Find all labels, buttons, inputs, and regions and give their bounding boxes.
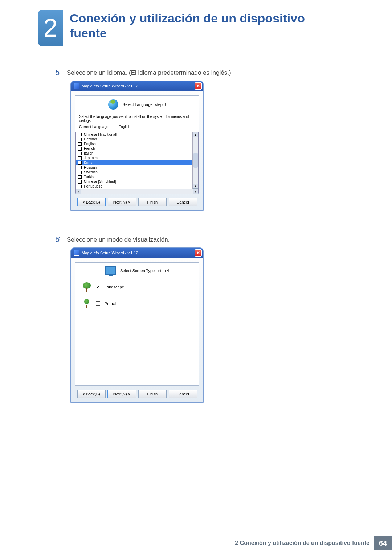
scroll-right-icon[interactable]: ▸ — [193, 189, 198, 194]
screentype-panel: Select Screen Type - step 4 ✔LandscapePo… — [75, 262, 199, 386]
language-label: Portuguese — [84, 184, 102, 188]
wizard-language: MagicInfo Setup Wizard - v.1.12 ✕ Select… — [70, 81, 204, 211]
language-label: Korean — [84, 161, 95, 165]
page-number: 64 — [374, 536, 392, 550]
checkbox-icon[interactable] — [78, 185, 82, 188]
screentype-label: Landscape — [105, 285, 124, 289]
language-item[interactable]: Italian — [76, 151, 192, 156]
horizontal-scrollbar[interactable]: ◂ ▸ — [76, 189, 198, 194]
checkbox-icon[interactable] — [78, 180, 82, 184]
checkbox-icon[interactable] — [78, 175, 82, 179]
current-language-row: Current Language : Engilsh — [75, 124, 199, 132]
next-button[interactable]: Next(N) > — [108, 198, 136, 206]
wizard-title-text: MagicInfo Setup Wizard - v.1.12 — [82, 251, 195, 255]
tree-icon — [82, 299, 91, 308]
scroll-down-icon[interactable]: ▾ — [193, 184, 198, 189]
checkbox-icon[interactable] — [78, 152, 82, 155]
wizard-body: Select Screen Type - step 4 ✔LandscapePo… — [71, 258, 203, 402]
screentype-step-title: Select Screen Type - step 4 — [120, 268, 169, 273]
current-language-value: Engilsh — [118, 125, 130, 129]
checkbox-icon[interactable] — [78, 133, 82, 136]
wizard-screentype: MagicInfo Setup Wizard - v.1.12 ✕ Select… — [70, 247, 204, 403]
app-icon — [74, 250, 79, 256]
chapter-number-tab: 2 — [38, 10, 63, 46]
checkbox-icon[interactable] — [78, 161, 82, 165]
chapter-title: Conexión y utilización de un dispositivo… — [70, 11, 324, 41]
language-item[interactable]: Portuguese — [76, 184, 192, 189]
language-item[interactable]: Chinese [Simplified] — [76, 179, 192, 184]
language-label: English — [84, 142, 96, 146]
checkbox-icon[interactable] — [78, 147, 82, 151]
language-description: Select the language you want to install … — [75, 113, 199, 124]
language-label: Italian — [84, 151, 94, 155]
language-item[interactable]: Turkish — [76, 175, 192, 179]
wizard-titlebar: MagicInfo Setup Wizard - v.1.12 ✕ — [71, 248, 203, 258]
scroll-thumb[interactable] — [193, 153, 198, 168]
back-button[interactable]: < Back(B) — [77, 390, 106, 398]
close-icon[interactable]: ✕ — [195, 82, 202, 90]
wizard-button-row: < Back(B) Next(N) > Finish Cancel — [75, 198, 199, 206]
language-label: Chinese [Simplified] — [84, 180, 116, 184]
monitor-icon — [105, 266, 116, 275]
language-label: German — [84, 137, 97, 141]
current-language-sep: : — [114, 125, 115, 129]
checkbox-icon[interactable] — [78, 142, 82, 146]
page-footer: 2 Conexión y utilización de un dispositi… — [235, 536, 392, 550]
next-button[interactable]: Next(N) > — [108, 390, 136, 398]
screentype-option[interactable]: Portrait — [75, 295, 199, 312]
current-language-label: Current Language — [79, 125, 109, 129]
checkbox-icon[interactable] — [78, 171, 82, 174]
language-label: Japanese — [84, 156, 99, 160]
language-panel: Select Language -step 3 Select the langu… — [75, 95, 199, 194]
footer-chapter-text: 2 Conexión y utilización de un dispositi… — [235, 540, 369, 546]
language-item[interactable]: Russian — [76, 165, 192, 170]
language-listbox[interactable]: Chinese [Traditional]GermanEnglishFrench… — [75, 132, 199, 193]
screentype-panel-header: Select Screen Type - step 4 — [75, 263, 199, 279]
language-item[interactable]: Korean — [76, 160, 192, 165]
checkbox-icon[interactable] — [96, 301, 100, 306]
finish-button[interactable]: Finish — [138, 198, 167, 206]
language-label: French — [84, 147, 95, 151]
language-item[interactable]: Chinese [Traditional] — [76, 132, 192, 137]
language-item[interactable]: Swedish — [76, 170, 192, 175]
scroll-up-icon[interactable]: ▴ — [193, 132, 198, 137]
cancel-button[interactable]: Cancel — [169, 390, 197, 398]
wizard-titlebar: MagicInfo Setup Wizard - v.1.12 ✕ — [71, 81, 203, 91]
scroll-left-icon[interactable]: ◂ — [76, 189, 81, 194]
wizard-title-text: MagicInfo Setup Wizard - v.1.12 — [82, 84, 195, 88]
step-6-text: Seleccione un modo de visualización. — [67, 235, 170, 244]
language-item[interactable]: German — [76, 137, 192, 141]
language-item[interactable]: French — [76, 146, 192, 151]
step-5-text: Seleccione un idioma. (El idioma predete… — [67, 68, 231, 77]
language-panel-header: Select Language -step 3 — [75, 96, 199, 113]
cancel-button[interactable]: Cancel — [169, 198, 197, 206]
checkbox-icon[interactable] — [78, 138, 82, 141]
globe-icon — [108, 99, 118, 110]
step-6-number: 6 — [55, 235, 67, 244]
language-label: Russian — [84, 165, 97, 169]
checkbox-icon[interactable] — [78, 166, 82, 169]
language-label: Turkish — [84, 175, 95, 179]
back-button[interactable]: < Back(B) — [77, 198, 106, 206]
step-5-number: 5 — [55, 68, 67, 77]
wizard-body: Select Language -step 3 Select the langu… — [71, 91, 203, 210]
language-step-title: Select Language -step 3 — [123, 102, 166, 107]
language-item[interactable]: English — [76, 141, 192, 146]
close-icon[interactable]: ✕ — [195, 249, 202, 257]
wizard-button-row: < Back(B) Next(N) > Finish Cancel — [75, 390, 199, 398]
finish-button[interactable]: Finish — [138, 390, 167, 398]
language-label: Chinese [Traditional] — [84, 132, 117, 136]
step-6-row: 6 Seleccione un modo de visualización. — [55, 235, 170, 244]
screentype-label: Portrait — [105, 301, 117, 306]
screentype-option[interactable]: ✔Landscape — [75, 279, 199, 295]
step-5-row: 5 Seleccione un idioma. (El idioma prede… — [55, 68, 231, 77]
app-icon — [74, 83, 79, 89]
tree-icon — [82, 282, 91, 292]
vertical-scrollbar[interactable]: ▴ ▾ — [192, 132, 198, 189]
language-label: Swedish — [84, 170, 98, 174]
language-item[interactable]: Japanese — [76, 156, 192, 160]
checkbox-icon[interactable] — [78, 156, 82, 160]
checkbox-icon[interactable]: ✔ — [96, 285, 100, 289]
